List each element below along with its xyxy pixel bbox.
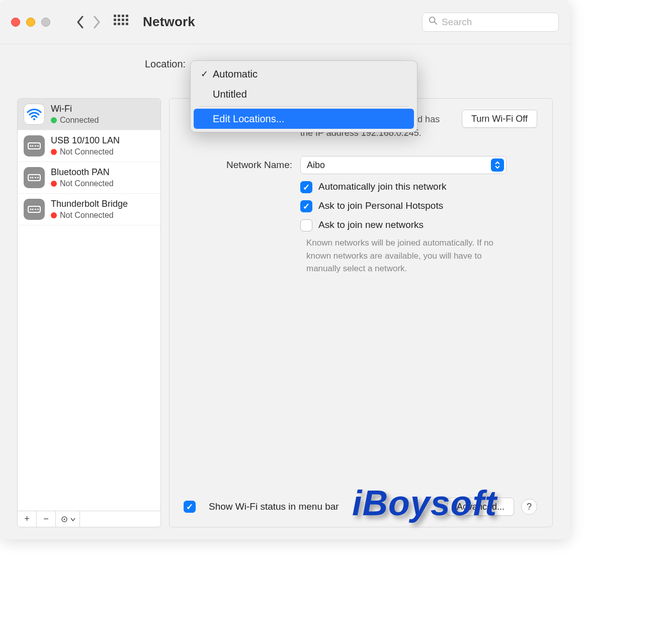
sidebar-spacer bbox=[18, 225, 160, 511]
svg-point-9 bbox=[30, 177, 32, 179]
add-service-button[interactable]: + bbox=[18, 511, 37, 527]
location-menu-item-automatic[interactable]: ✓ Automatic bbox=[194, 64, 414, 84]
known-networks-hint: Known networks will be joined automatica… bbox=[306, 236, 513, 275]
service-status: Not Connected bbox=[51, 179, 114, 188]
service-text: Thunderbolt Bridge Not Connected bbox=[51, 199, 128, 220]
network-name-value: Aibo bbox=[307, 160, 325, 171]
status-dot-icon bbox=[51, 117, 57, 123]
svg-point-14 bbox=[30, 209, 32, 210]
turn-wifi-off-button[interactable]: Turn Wi-Fi Off bbox=[462, 110, 537, 128]
status-dot-icon bbox=[51, 149, 57, 155]
service-bluetooth-pan[interactable]: Bluetooth PAN Not Connected bbox=[18, 162, 160, 194]
location-row: Location: bbox=[0, 44, 570, 59]
menu-separator bbox=[199, 106, 409, 107]
zoom-window-button[interactable] bbox=[41, 18, 50, 27]
system-preferences-window: Network Location: bbox=[0, 0, 570, 539]
service-name: Wi-Fi bbox=[51, 104, 99, 115]
network-name-row: Network Name: Aibo bbox=[185, 156, 537, 174]
minimize-window-button[interactable] bbox=[26, 18, 35, 27]
service-text: Wi-Fi Connected bbox=[51, 104, 99, 125]
service-status: Not Connected bbox=[51, 211, 128, 220]
service-name: USB 10/100 LAN bbox=[51, 135, 120, 146]
service-usb-lan[interactable]: USB 10/100 LAN Not Connected bbox=[18, 130, 160, 162]
service-actions-button[interactable] bbox=[56, 511, 80, 527]
wifi-icon bbox=[24, 104, 45, 125]
search-field[interactable] bbox=[422, 13, 559, 32]
service-text: USB 10/100 LAN Not Connected bbox=[51, 135, 120, 156]
sidebar-footer: + − bbox=[18, 511, 160, 527]
network-name-label: Network Name: bbox=[185, 160, 300, 171]
ask-hotspot-row: Ask to join Personal Hotspots bbox=[185, 200, 537, 212]
service-status: Not Connected bbox=[51, 147, 120, 156]
service-status: Connected bbox=[51, 116, 99, 125]
service-wifi[interactable]: Wi-Fi Connected bbox=[18, 99, 160, 130]
menu-item-label: Untitled bbox=[213, 89, 247, 100]
help-button[interactable]: ? bbox=[521, 499, 537, 515]
menu-item-label: Automatic bbox=[213, 68, 258, 80]
chevron-down-icon bbox=[70, 514, 75, 524]
back-button[interactable] bbox=[72, 11, 89, 33]
location-menu-item-untitled[interactable]: Untitled bbox=[194, 84, 414, 104]
ethernet-icon bbox=[24, 167, 45, 188]
service-name: Thunderbolt Bridge bbox=[51, 199, 128, 210]
titlebar: Network bbox=[0, 0, 570, 44]
svg-point-15 bbox=[32, 209, 34, 210]
ethernet-icon bbox=[24, 135, 45, 156]
status-dot-icon bbox=[51, 181, 57, 187]
ask-hotspot-checkbox[interactable] bbox=[300, 200, 312, 212]
panel-title: Network bbox=[143, 14, 195, 30]
network-name-select[interactable]: Aibo bbox=[300, 156, 507, 174]
service-text: Bluetooth PAN Not Connected bbox=[51, 167, 114, 188]
updown-arrows-icon bbox=[491, 158, 504, 172]
location-label: Location: bbox=[145, 58, 186, 70]
service-thunderbolt-bridge[interactable]: Thunderbolt Bridge Not Connected bbox=[18, 194, 160, 225]
svg-point-2 bbox=[33, 118, 35, 120]
details-panel: Wi-Fi is connected to Aibo and has the I… bbox=[169, 98, 553, 527]
show-status-checkbox[interactable] bbox=[184, 501, 196, 513]
status-dot-icon bbox=[51, 212, 57, 218]
ask-new-label: Ask to join new networks bbox=[318, 219, 424, 230]
service-name: Bluetooth PAN bbox=[51, 167, 114, 178]
ethernet-icon bbox=[24, 199, 45, 220]
svg-point-19 bbox=[63, 518, 65, 520]
auto-join-label: Automatically join this network bbox=[318, 181, 447, 192]
svg-point-10 bbox=[32, 177, 34, 179]
menu-item-label: Edit Locations... bbox=[213, 113, 284, 125]
show-all-icon[interactable] bbox=[114, 15, 129, 30]
ask-new-row: Ask to join new networks bbox=[185, 219, 537, 231]
search-input[interactable] bbox=[442, 17, 552, 28]
close-window-button[interactable] bbox=[11, 18, 20, 27]
auto-join-checkbox[interactable] bbox=[300, 181, 312, 193]
forward-button[interactable] bbox=[89, 11, 105, 33]
traffic-lights bbox=[11, 18, 50, 27]
show-status-label: Show Wi-Fi status in menu bar bbox=[209, 501, 339, 512]
location-menu-edit-locations[interactable]: Edit Locations... bbox=[194, 109, 414, 129]
watermark: iBoysoft bbox=[352, 483, 497, 523]
ask-new-checkbox[interactable] bbox=[300, 219, 312, 231]
svg-point-0 bbox=[430, 17, 435, 23]
check-icon: ✓ bbox=[201, 68, 213, 80]
sidebar-footer-spacer bbox=[80, 511, 160, 527]
svg-line-1 bbox=[435, 22, 437, 25]
svg-point-5 bbox=[32, 145, 34, 147]
ask-hotspot-label: Ask to join Personal Hotspots bbox=[318, 200, 443, 211]
svg-point-4 bbox=[30, 145, 32, 147]
services-sidebar: Wi-Fi Connected USB 10/100 LAN Not Conne… bbox=[17, 98, 161, 527]
remove-service-button[interactable]: − bbox=[37, 511, 56, 527]
body: Wi-Fi Connected USB 10/100 LAN Not Conne… bbox=[17, 98, 553, 527]
search-icon bbox=[429, 16, 442, 28]
auto-join-row: Automatically join this network bbox=[185, 181, 537, 193]
location-menu: ✓ Automatic Untitled Edit Locations... bbox=[190, 60, 417, 132]
